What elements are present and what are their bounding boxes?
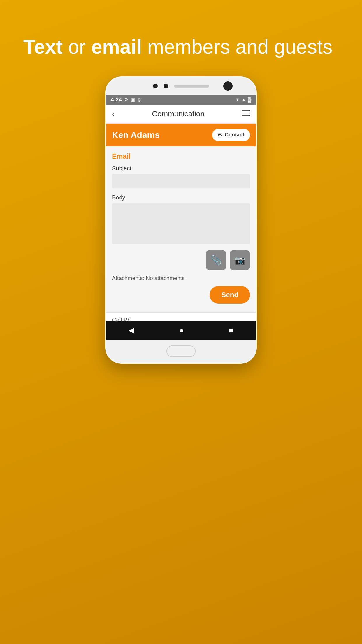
contact-btn-label: Contact: [225, 132, 244, 138]
page-header: Text or email members and guests: [0, 0, 362, 76]
settings-status-icon: ⚙: [124, 97, 128, 102]
email-section-title: Email: [112, 152, 250, 160]
sync-status-icon: ◎: [137, 97, 141, 102]
status-time: 4:24: [111, 97, 122, 103]
text-bold-text: Text: [23, 36, 63, 58]
send-button[interactable]: Send: [210, 286, 250, 304]
sensor-dot-middle: [164, 84, 168, 88]
body-label: Body: [112, 194, 250, 201]
action-buttons-row: 📎 📷: [112, 250, 250, 270]
status-right: ▼ ▲ ▓: [235, 97, 251, 102]
status-bar: 4:24 ⚙ ▣ ◎ ▼ ▲ ▓: [106, 95, 256, 105]
app-top-bar: ‹ Communication: [106, 105, 256, 124]
phone-mockup: 4:24 ⚙ ▣ ◎ ▼ ▲ ▓ ‹ Communication: [105, 76, 257, 644]
text-bold-email: email: [91, 36, 142, 58]
home-button[interactable]: [166, 345, 196, 357]
svg-rect-1: [242, 113, 250, 113]
partially-visible-section: Cell Ph...: [106, 312, 256, 321]
contact-button[interactable]: ✉ Contact: [212, 129, 250, 141]
speaker-bar: [174, 85, 209, 88]
wifi-icon: ▼: [235, 97, 240, 102]
paperclip-icon: 📎: [211, 255, 222, 265]
image-status-icon: ▣: [131, 97, 135, 102]
phone-nav-bar: ◀ ● ■: [106, 321, 256, 340]
contact-btn-icon: ✉: [218, 132, 222, 138]
app-title: Communication: [152, 109, 205, 118]
status-left: 4:24 ⚙ ▣ ◎: [111, 97, 141, 103]
nav-recent-button[interactable]: ■: [229, 326, 233, 335]
svg-rect-0: [242, 110, 250, 111]
phone-top-sensors: [106, 77, 256, 95]
attachment-button[interactable]: 📎: [206, 250, 226, 270]
camera-button[interactable]: 📷: [230, 250, 250, 270]
camera-icon: 📷: [235, 255, 245, 265]
body-input[interactable]: [112, 203, 250, 244]
back-button[interactable]: ‹: [112, 109, 115, 119]
subject-label: Subject: [112, 165, 250, 172]
phone-bottom: [106, 340, 256, 363]
nav-home-button[interactable]: ●: [179, 326, 184, 335]
menu-button[interactable]: [242, 110, 250, 118]
svg-rect-2: [242, 115, 250, 116]
contact-name: Ken Adams: [112, 130, 160, 140]
contact-banner: Ken Adams ✉ Contact: [106, 124, 256, 146]
nav-back-button[interactable]: ◀: [129, 326, 134, 335]
attachments-label: Attachments: No attachments: [112, 275, 250, 281]
app-content: Email Subject Body 📎 📷 Attachments: No a…: [106, 146, 256, 312]
sensor-dot-left: [153, 84, 158, 88]
phone-device: 4:24 ⚙ ▣ ◎ ▼ ▲ ▓ ‹ Communication: [105, 76, 257, 364]
subject-input[interactable]: [112, 174, 250, 188]
signal-icon: ▲: [241, 97, 246, 102]
partially-visible-text: Cell Ph...: [112, 317, 136, 321]
battery-icon: ▓: [248, 97, 251, 102]
send-row: Send: [112, 286, 250, 304]
front-camera: [223, 81, 233, 91]
